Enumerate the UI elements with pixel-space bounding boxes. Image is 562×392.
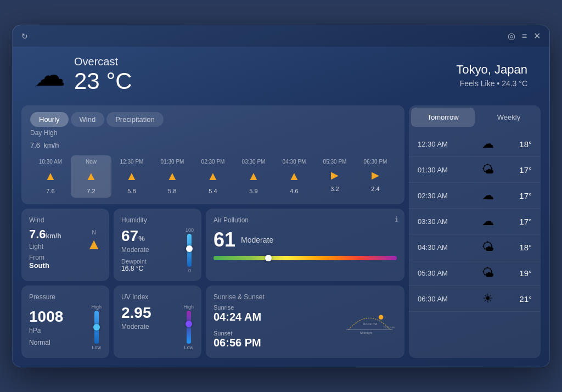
uv-title: UV Index [121,293,194,301]
humidity-value: 67% [121,227,149,245]
right-panel: Tomorrow Weekly 12:30 AM ☁ 18° 01:30 AM … [409,105,541,358]
sunset-label: Sunset [213,330,261,337]
wind-arrow-icon: ▶ [372,169,379,181]
tab-hourly[interactable]: Hourly [30,112,69,127]
wind-arrow-icon: ▲ [288,169,300,183]
forecast-weather-icon: ☀ [482,292,493,306]
uv-thumb [186,321,192,327]
app-window: ↻ ◎ ≡ ✕ ☁ Overcast 23 °C Tokyo, Japan Fe… [12,25,550,367]
info-icon[interactable]: ℹ [395,215,398,223]
forecast-item: 03:30 AM ☁ 17° [409,209,541,234]
temperature: 23 °C [74,68,132,94]
wind-arrow-icon: ▲ [85,169,97,183]
forecast-tabs: Tomorrow Weekly [409,105,541,129]
sun-arc: Horizon 02:39 PM Midnight [342,304,397,334]
hourly-item: 05:30 PM ▶ 3.2 [314,155,355,198]
wind-from-label: From [29,254,61,261]
pressure-low-label: Low [92,345,101,350]
feels-like: Feels Like • 24.3 °C [456,79,527,88]
tab-tomorrow[interactable]: Tomorrow [411,108,475,127]
uv-label: Moderate [121,323,151,331]
uv-low-label: Low [184,345,193,350]
aqi-number: 61 [213,228,235,251]
compass-n-label: N [86,229,102,236]
svg-text:Horizon: Horizon [383,326,394,329]
main-content: Hourly Wind Precipitation Day High 7.6 k… [13,105,549,367]
uv-card: UV Index 2.95 Moderate High Low [114,285,201,358]
pressure-slider[interactable] [94,311,99,344]
forecast-item: 06:30 AM ☀ 21° [409,286,541,312]
hourly-item: 01:30 PM ▲ 5.8 [152,155,193,198]
air-pollution-title: Air Pollution [213,216,397,224]
svg-text:Midnight: Midnight [360,331,373,334]
dewpoint-label: Dewpoint [121,258,149,265]
forecast-weather-icon: 🌤 [482,163,494,177]
hourly-item: 03:30 PM ▲ 5.9 [233,155,274,198]
forecast-weather-icon: ☁ [482,137,494,151]
humidity-slider[interactable] [187,234,192,267]
wind-arrow-icon: ▲ [166,169,178,183]
compass-arrow-icon: ▲ [86,236,102,253]
forecast-item: 04:30 AM 🌤 18° [409,234,541,260]
uv-high-label: High [183,304,194,310]
location-icon[interactable]: ◎ [508,31,515,41]
wind-arrow-icon: ▶ [331,169,339,181]
tab-weekly[interactable]: Weekly [477,105,541,129]
wind-description: Light [29,243,61,250]
forecast-weather-icon: ☁ [482,188,494,203]
humidity-min-label: 0 [188,268,191,273]
menu-icon[interactable]: ≡ [522,31,527,41]
humidity-card: Humidity 67% Moderate Dewpoint 16.8 °C 1… [114,209,201,281]
hourly-item: 04:30 PM ▲ 4.6 [274,155,314,198]
forecast-weather-icon: 🌤 [482,266,494,280]
tab-precipitation[interactable]: Precipitation [106,112,164,127]
hourly-item: 02:30 PM ▲ 5.4 [193,155,233,198]
day-high-label: Day High [30,129,396,137]
sunrise-sunset-card: Sunrise & Sunset Sunrise 04:24 AM [206,285,404,358]
svg-text:02:39 PM: 02:39 PM [363,322,377,326]
wind-card: Wind 7.6km/h Light From South N ▲ [21,209,109,281]
aqi-bar [213,256,397,260]
forecast-item: 01:30 AM 🌤 17° [409,157,541,183]
forecast-weather-icon: 🌤 [482,240,494,254]
pressure-value: 1008 [29,308,63,326]
title-bar: ↻ ◎ ≡ ✕ [13,25,549,47]
hourly-item: 10:30 AM ▲ 7.6 [30,155,71,198]
humidity-thumb [186,245,193,252]
uv-slider[interactable] [187,311,191,344]
air-pollution-card: Air Pollution ℹ 61 Moderate [206,209,404,281]
pressure-card: Pressure 1008 hPa Normal High [21,285,109,358]
sunrise-label: Sunrise [213,304,261,311]
wind-arrow-icon: ▲ [44,169,57,183]
day-high-value: 7.6 km/h [30,137,396,151]
pressure-thumb [93,324,100,331]
left-panel: Hourly Wind Precipitation Day High 7.6 k… [21,105,404,358]
uv-value: 2.95 [121,304,151,322]
tab-wind[interactable]: Wind [71,112,105,127]
wind-speed: 7.6km/h [29,227,61,242]
forecast-item: 05:30 AM 🌤 19° [409,260,541,286]
pressure-title: Pressure [29,293,102,301]
wind-top-card: Hourly Wind Precipitation Day High 7.6 k… [21,105,404,204]
hourly-item: 12:30 PM ▲ 5.8 [111,155,152,198]
forecast-item: 12:30 AM ☁ 18° [409,131,541,157]
location: Tokyo, Japan [456,63,527,77]
pressure-label: Normal [29,339,63,346]
weather-icon: ☁ [35,57,65,93]
middle-cards-row: Wind 7.6km/h Light From South N ▲ [21,209,404,281]
weather-condition: Overcast [74,55,132,68]
forecast-list: 12:30 AM ☁ 18° 01:30 AM 🌤 17° 02:30 AM ☁… [409,129,541,314]
wind-arrow-icon: ▲ [248,169,260,183]
humidity-label: Moderate [121,246,149,254]
aqi-label: Moderate [241,236,273,244]
humidity-max-label: 100 [186,227,194,233]
hourly-item: 06:30 PM ▶ 2.4 [355,155,396,198]
pressure-unit: hPa [29,327,63,334]
tabs-row: Hourly Wind Precipitation [30,112,396,127]
close-icon[interactable]: ✕ [533,31,541,41]
wind-direction: South [29,261,61,270]
forecast-item: 02:30 AM ☁ 17° [409,183,541,209]
wind-card-title: Wind [29,216,102,224]
sun-arc-svg: Horizon 02:39 PM Midnight [342,304,397,334]
refresh-icon[interactable]: ↻ [21,32,28,41]
